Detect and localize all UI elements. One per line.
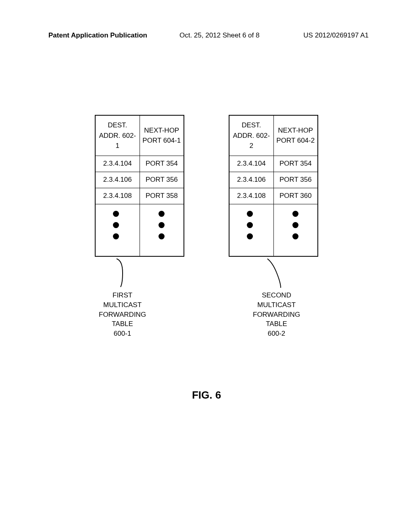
cell-port: PORT 356: [273, 172, 318, 188]
table-2-caption-wrap: SECOND MULTICAST FORWARDING TABLE 600-2: [253, 257, 300, 339]
table-row-continuation: [95, 204, 184, 256]
table-2-header-dest: DEST. ADDR. 602-2: [229, 115, 273, 156]
cell-dest: 2.3.4.104: [229, 156, 273, 172]
cell-dest: 2.3.4.108: [95, 188, 140, 204]
table-row: 2.3.4.104 PORT 354: [95, 156, 184, 172]
cell-port: PORT 358: [140, 188, 184, 204]
cell-dest: 2.3.4.108: [229, 188, 273, 204]
lead-line-icon: [263, 257, 291, 289]
cell-port: PORT 354: [140, 156, 184, 172]
table-row: 2.3.4.108 PORT 358: [95, 188, 184, 204]
cell-dest: 2.3.4.106: [95, 172, 140, 188]
table-1: DEST. ADDR. 602-1 NEXT-HOP PORT 604-1 2.…: [95, 115, 184, 257]
ellipsis-dots-icon: [98, 211, 134, 239]
table-2: DEST. ADDR. 602-2 NEXT-HOP PORT 604-2 2.…: [229, 115, 318, 257]
page-header: Patent Application Publication Oct. 25, …: [0, 31, 413, 39]
table-1-caption: FIRST MULTICAST FORWARDING TABLE 600-1: [99, 291, 146, 339]
figure-body: DEST. ADDR. 602-1 NEXT-HOP PORT 604-1 2.…: [0, 115, 413, 339]
table-2-wrap: DEST. ADDR. 602-2 NEXT-HOP PORT 604-2 2.…: [229, 115, 318, 339]
table-1-caption-wrap: FIRST MULTICAST FORWARDING TABLE 600-1: [99, 257, 146, 339]
table-row: 2.3.4.104 PORT 354: [229, 156, 318, 172]
figure-label: FIG. 6: [0, 389, 413, 401]
cell-dest: 2.3.4.106: [229, 172, 273, 188]
table-1-wrap: DEST. ADDR. 602-1 NEXT-HOP PORT 604-1 2.…: [95, 115, 184, 339]
header-center: Oct. 25, 2012 Sheet 6 of 8: [179, 31, 259, 39]
header-right: US 2012/0269197 A1: [303, 31, 369, 39]
cell-port: PORT 354: [273, 156, 318, 172]
table-2-header-port: NEXT-HOP PORT 604-2: [273, 115, 318, 156]
ellipsis-dots-icon: [278, 211, 314, 239]
cell-dest: 2.3.4.104: [95, 156, 140, 172]
table-1-header-dest: DEST. ADDR. 602-1: [95, 115, 140, 156]
table-row: 2.3.4.106 PORT 356: [95, 172, 184, 188]
cell-port: PORT 356: [140, 172, 184, 188]
lead-line-icon: [111, 257, 135, 289]
header-left: Patent Application Publication: [48, 31, 147, 39]
table-row-continuation: [229, 204, 318, 256]
table-row: 2.3.4.106 PORT 356: [229, 172, 318, 188]
ellipsis-dots-icon: [232, 211, 268, 239]
table-row: 2.3.4.108 PORT 360: [229, 188, 318, 204]
cell-port: PORT 360: [273, 188, 318, 204]
table-2-caption: SECOND MULTICAST FORWARDING TABLE 600-2: [253, 291, 300, 339]
ellipsis-dots-icon: [144, 211, 180, 239]
table-1-header-port: NEXT-HOP PORT 604-1: [140, 115, 184, 156]
